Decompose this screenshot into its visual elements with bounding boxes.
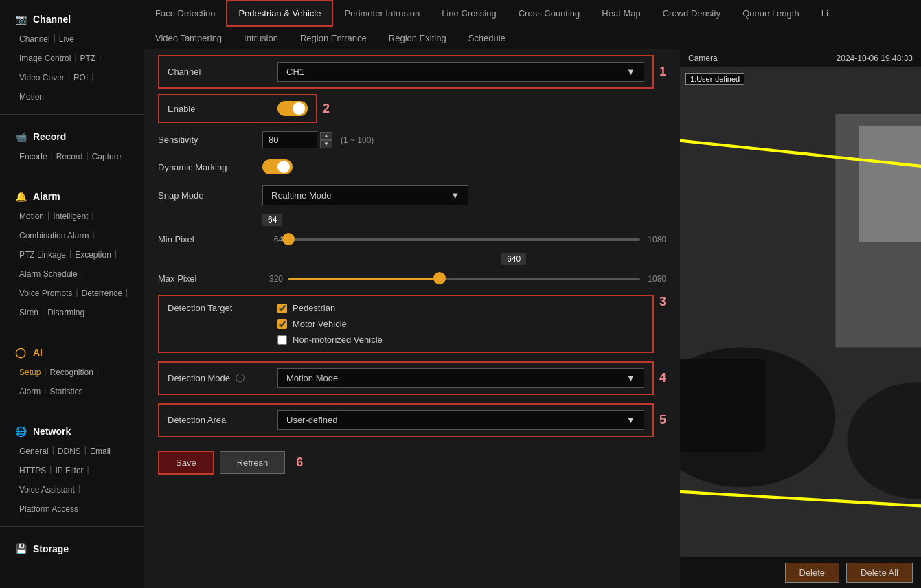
sensitivity-up[interactable]: ▲ xyxy=(320,132,332,140)
sidebar-item-ptz-linkage[interactable]: PTZ Linkage xyxy=(16,249,69,261)
motor-vehicle-checkbox[interactable] xyxy=(277,319,287,329)
refresh-button[interactable]: Refresh xyxy=(220,451,286,474)
detection-target-checkboxes: Pedestrian Motor Vehicle Non-motorized V… xyxy=(277,303,383,345)
tab-crowd-density[interactable]: Crowd Density xyxy=(652,1,732,25)
snap-mode-select[interactable]: Realtime Mode ▼ xyxy=(262,185,468,205)
pedestrian-checkbox[interactable] xyxy=(277,304,287,313)
tab-face-detection[interactable]: Face Detection xyxy=(144,1,226,25)
sidebar-item-ai-alarm[interactable]: Alarm xyxy=(16,385,43,398)
content-area: Channel CH1 ▼ 1 Enable 2 xyxy=(144,49,921,588)
sidebar-item-encode[interactable]: Encode xyxy=(16,150,50,163)
sensitivity-input[interactable] xyxy=(262,131,317,148)
help-icon: ⓘ xyxy=(236,373,245,383)
ai-icon: ◯ xyxy=(14,346,27,359)
camera-panel: Camera 2024-10-06 19:48:33 1:User-define… xyxy=(680,49,921,588)
checkbox-motor-vehicle: Motor Vehicle xyxy=(277,319,383,329)
dynamic-toggle-slider[interactable] xyxy=(262,159,293,174)
sidebar-item-ptz[interactable]: PTZ xyxy=(78,52,99,65)
sidebar-item-platform-access[interactable]: Platform Access xyxy=(16,503,81,515)
motor-vehicle-label: Motor Vehicle xyxy=(293,319,347,329)
tab-more[interactable]: Li... xyxy=(810,1,847,25)
sidebar-item-deterrence[interactable]: Deterrence xyxy=(79,287,125,299)
max-pixel-bubble: 640 xyxy=(501,253,526,265)
sidebar-item-image-control[interactable]: Image Control xyxy=(16,52,73,65)
camera-label: 1:User-defined xyxy=(685,73,744,85)
checkbox-non-motor: Non-motorized Vehicle xyxy=(277,335,383,345)
channel-section: Channel CH1 ▼ xyxy=(158,55,654,89)
sidebar-item-intelligent[interactable]: Intelligent xyxy=(50,210,91,223)
chevron-down-icon: ▼ xyxy=(626,67,635,77)
form-panel: Channel CH1 ▼ 1 Enable 2 xyxy=(144,49,680,588)
main-content: Face Detection Pedestrian & Vehicle Peri… xyxy=(144,0,921,588)
max-pixel-thumb[interactable] xyxy=(433,272,446,284)
min-pixel-slider[interactable] xyxy=(288,238,640,241)
sidebar-item-disarming[interactable]: Disarming xyxy=(45,306,87,319)
tab-queue-length[interactable]: Queue Length xyxy=(731,1,810,25)
detection-target-label: Detection Target xyxy=(168,303,264,313)
detection-mode-label: Detection Mode ⓘ xyxy=(168,372,264,385)
detection-area-select[interactable]: User-defined ▼ xyxy=(277,410,644,430)
camera-header: Camera 2024-10-06 19:48:33 xyxy=(680,49,921,67)
sidebar-item-siren[interactable]: Siren xyxy=(16,306,41,319)
tab-perimeter-intrusion[interactable]: Perimeter Intrusion xyxy=(333,1,431,25)
sidebar-item-general[interactable]: General xyxy=(16,445,52,457)
step-5-label: 5 xyxy=(659,413,666,427)
sidebar-ai-title: ◯ AI xyxy=(7,340,137,365)
sidebar-item-ip-filter[interactable]: IP Filter xyxy=(52,464,86,477)
step-3-label: 3 xyxy=(659,295,666,309)
sidebar-item-https[interactable]: HTTPS xyxy=(16,464,49,477)
tab-schedule[interactable]: Schedule xyxy=(457,27,516,49)
detection-mode-select[interactable]: Motion Mode ▼ xyxy=(277,368,644,388)
max-pixel-row: Max Pixel 320 1080 xyxy=(144,268,680,289)
tab-region-exiting[interactable]: Region Exiting xyxy=(378,27,457,49)
tab-region-entrance[interactable]: Region Entrance xyxy=(289,27,378,49)
sensitivity-down[interactable]: ▼ xyxy=(320,140,332,148)
sidebar-item-exception[interactable]: Exception xyxy=(72,249,114,261)
tab-line-crossing[interactable]: Line Crossing xyxy=(431,1,508,25)
sidebar-item-motion[interactable]: Motion xyxy=(16,91,47,103)
max-pixel-fill xyxy=(288,278,440,280)
tab-heat-map[interactable]: Heat Map xyxy=(591,1,651,25)
tab-video-tampering[interactable]: Video Tampering xyxy=(144,27,233,49)
camera-title: Camera xyxy=(688,54,718,63)
sidebar-item-ai-setup[interactable]: Setup xyxy=(16,366,43,378)
enable-toggle[interactable] xyxy=(277,101,308,116)
non-motor-checkbox[interactable] xyxy=(277,335,287,345)
sidebar-item-voice-assistant[interactable]: Voice Assistant xyxy=(16,484,78,496)
tab-pedestrian-vehicle[interactable]: Pedestrian & Vehicle xyxy=(226,0,333,27)
sidebar-item-recognition[interactable]: Recognition xyxy=(47,366,95,378)
sidebar-item-live[interactable]: Live xyxy=(56,33,77,45)
dynamic-marking-toggle[interactable] xyxy=(262,159,293,174)
sidebar-item-roi[interactable]: ROI xyxy=(71,71,91,84)
sidebar-item-channel[interactable]: Channel xyxy=(16,33,53,45)
min-pixel-thumb[interactable] xyxy=(282,233,295,245)
detection-mode-section: Detection Mode ⓘ Motion Mode ▼ xyxy=(158,361,654,395)
save-button[interactable]: Save xyxy=(158,451,214,475)
sidebar-item-capture[interactable]: Capture xyxy=(89,150,124,163)
sensitivity-input-wrap: ▲ ▼ xyxy=(262,131,332,148)
sidebar-item-record[interactable]: Record xyxy=(54,150,86,163)
sidebar-item-email[interactable]: Email xyxy=(87,445,113,457)
channel-label: Channel xyxy=(168,67,264,77)
tabs-row-1: Face Detection Pedestrian & Vehicle Peri… xyxy=(144,0,921,27)
camera-footer: Delete Delete All xyxy=(680,557,921,588)
toggle-slider[interactable] xyxy=(277,101,308,116)
channel-select[interactable]: CH1 ▼ xyxy=(277,62,644,82)
sidebar-item-ddns[interactable]: DDNS xyxy=(55,445,84,457)
min-pixel-min: 64 xyxy=(262,235,283,245)
tab-intrusion[interactable]: Intrusion xyxy=(233,27,289,49)
min-pixel-max: 1080 xyxy=(646,235,666,245)
sidebar-item-alarm-schedule[interactable]: Alarm Schedule xyxy=(16,268,80,280)
delete-all-button[interactable]: Delete All xyxy=(846,563,913,583)
sidebar-item-statistics[interactable]: Statistics xyxy=(47,385,85,398)
sidebar-item-video-cover[interactable]: Video Cover xyxy=(16,71,67,84)
sidebar-item-combination-alarm[interactable]: Combination Alarm xyxy=(16,229,91,242)
camera-datetime: 2024-10-06 19:48:33 xyxy=(837,54,913,63)
delete-button[interactable]: Delete xyxy=(785,563,840,583)
sidebar-record-title: 📹 Record xyxy=(7,124,137,149)
sidebar-item-voice-prompts[interactable]: Voice Prompts xyxy=(16,287,75,299)
max-pixel-slider[interactable] xyxy=(288,278,640,280)
tab-cross-counting[interactable]: Cross Counting xyxy=(508,1,591,25)
sidebar-network-title: 🌐 Network xyxy=(7,419,137,444)
sidebar-item-alarm-motion[interactable]: Motion xyxy=(16,210,47,223)
